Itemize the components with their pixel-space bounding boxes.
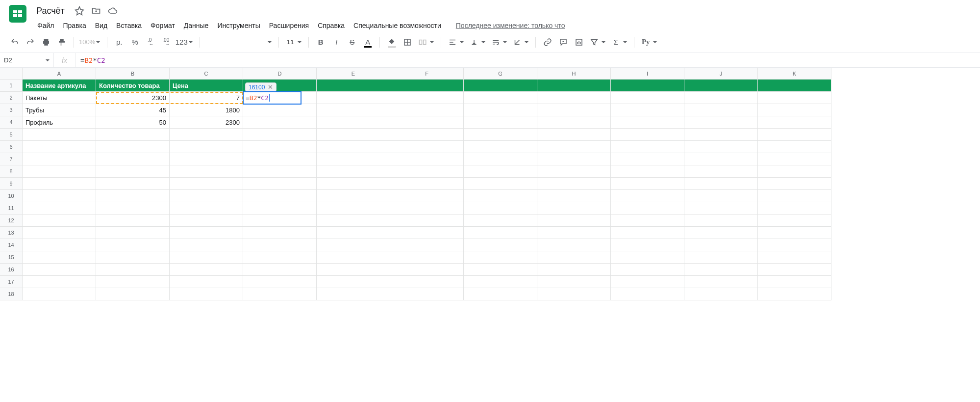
cell-K1[interactable] (758, 80, 831, 92)
paint-format-button[interactable] (55, 35, 69, 49)
cell-G17[interactable] (464, 276, 537, 288)
insert-comment-button[interactable] (556, 35, 570, 49)
last-change-link[interactable]: Последнее изменение: только что (456, 22, 565, 29)
cell-F5[interactable] (390, 129, 464, 141)
cell-C13[interactable] (170, 227, 243, 239)
cell-F4[interactable] (390, 116, 464, 129)
cell-A16[interactable] (23, 264, 96, 276)
cell-C10[interactable] (170, 190, 243, 202)
cell-D15[interactable] (243, 251, 317, 264)
row-header-6[interactable]: 6 (0, 141, 23, 153)
increase-decimal-button[interactable]: .00→ (159, 35, 173, 49)
name-box[interactable]: D2 (0, 53, 54, 67)
cell-F16[interactable] (390, 264, 464, 276)
format-percent-button[interactable]: % (128, 35, 142, 49)
col-header-D[interactable]: D (243, 68, 317, 80)
cell-G5[interactable] (464, 129, 537, 141)
row-header-1[interactable]: 1 (0, 80, 23, 92)
cell-A3[interactable]: Трубы (23, 104, 96, 116)
v-align-dropdown[interactable] (468, 35, 487, 49)
cell-G18[interactable] (464, 288, 537, 300)
cell-G6[interactable] (464, 141, 537, 153)
cell-A15[interactable] (23, 251, 96, 264)
undo-button[interactable] (8, 35, 22, 49)
cell-B16[interactable] (96, 264, 170, 276)
cell-I1[interactable] (611, 80, 684, 92)
cell-J4[interactable] (684, 116, 758, 129)
cell-I10[interactable] (611, 190, 684, 202)
format-currency-button[interactable]: р. (112, 35, 126, 49)
cell-J10[interactable] (684, 190, 758, 202)
borders-button[interactable] (401, 35, 414, 49)
row-header-11[interactable]: 11 (0, 202, 23, 214)
cell-E5[interactable] (317, 129, 390, 141)
cell-J13[interactable] (684, 227, 758, 239)
row-header-3[interactable]: 3 (0, 104, 23, 116)
cell-I9[interactable] (611, 178, 684, 190)
cell-B8[interactable] (96, 165, 170, 178)
cell-J1[interactable] (684, 80, 758, 92)
col-header-H[interactable]: H (537, 68, 611, 80)
cell-H15[interactable] (537, 251, 611, 264)
cell-H12[interactable] (537, 214, 611, 227)
cell-B3[interactable]: 45 (96, 104, 170, 116)
cell-H9[interactable] (537, 178, 611, 190)
cell-C3[interactable]: 1800 (170, 104, 243, 116)
cell-E7[interactable] (317, 153, 390, 165)
py-dropdown[interactable]: Py (639, 35, 659, 49)
cell-B13[interactable] (96, 227, 170, 239)
cell-B12[interactable] (96, 214, 170, 227)
cell-B1[interactable]: Количество товара (96, 80, 170, 92)
cell-D14[interactable] (243, 239, 317, 251)
cell-K7[interactable] (758, 153, 831, 165)
more-formats-dropdown[interactable]: 123 (175, 35, 195, 49)
cell-C14[interactable] (170, 239, 243, 251)
cell-J14[interactable] (684, 239, 758, 251)
cell-editor[interactable]: =B2*C2 (243, 91, 302, 105)
row-header-9[interactable]: 9 (0, 178, 23, 190)
menu-format[interactable]: Формат (147, 20, 179, 31)
cell-H1[interactable] (537, 80, 611, 92)
cell-I14[interactable] (611, 239, 684, 251)
cell-A7[interactable] (23, 153, 96, 165)
cell-G10[interactable] (464, 190, 537, 202)
cell-B15[interactable] (96, 251, 170, 264)
cell-D5[interactable] (243, 129, 317, 141)
col-header-A[interactable]: A (23, 68, 96, 80)
merge-cells-dropdown[interactable] (416, 35, 436, 49)
cell-A11[interactable] (23, 202, 96, 214)
italic-button[interactable]: I (329, 35, 343, 49)
font-family-dropdown[interactable] (205, 35, 274, 49)
cell-F13[interactable] (390, 227, 464, 239)
cell-C5[interactable] (170, 129, 243, 141)
cloud-status-icon[interactable] (108, 6, 118, 16)
cell-J16[interactable] (684, 264, 758, 276)
cell-C12[interactable] (170, 214, 243, 227)
cell-C7[interactable] (170, 153, 243, 165)
cell-I7[interactable] (611, 153, 684, 165)
cell-F6[interactable] (390, 141, 464, 153)
cell-H13[interactable] (537, 227, 611, 239)
cell-F7[interactable] (390, 153, 464, 165)
row-header-17[interactable]: 17 (0, 276, 23, 288)
cell-G1[interactable] (464, 80, 537, 92)
close-result-tip-icon[interactable]: ✕ (268, 83, 273, 91)
print-button[interactable] (39, 35, 53, 49)
cell-J11[interactable] (684, 202, 758, 214)
cell-K12[interactable] (758, 214, 831, 227)
cell-E12[interactable] (317, 214, 390, 227)
cell-K6[interactable] (758, 141, 831, 153)
cell-B11[interactable] (96, 202, 170, 214)
cell-A9[interactable] (23, 178, 96, 190)
font-size-dropdown[interactable]: 11 (284, 35, 303, 49)
cell-H5[interactable] (537, 129, 611, 141)
cell-A12[interactable] (23, 214, 96, 227)
formula-input[interactable]: =B2*C2 (75, 56, 980, 64)
cell-K3[interactable] (758, 104, 831, 116)
cell-J9[interactable] (684, 178, 758, 190)
cell-G14[interactable] (464, 239, 537, 251)
cell-J18[interactable] (684, 288, 758, 300)
cell-B10[interactable] (96, 190, 170, 202)
redo-button[interactable] (24, 35, 37, 49)
cell-D3[interactable] (243, 104, 317, 116)
